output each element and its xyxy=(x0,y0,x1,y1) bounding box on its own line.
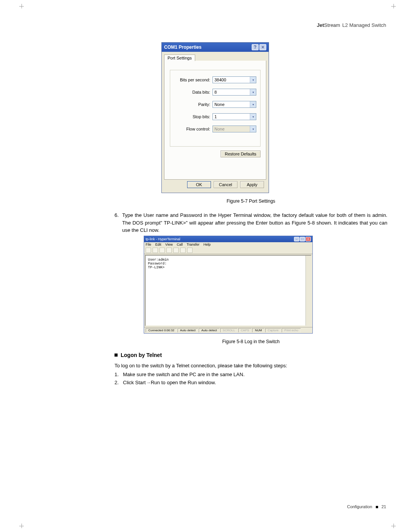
send-icon[interactable] xyxy=(173,248,179,253)
menu-file[interactable]: File xyxy=(146,243,151,246)
section-heading: Logon by Telnet xyxy=(115,352,387,358)
status-echo: Print echo xyxy=(282,328,301,332)
status-num: NUM xyxy=(252,328,264,332)
telnet-step: 1. Make sure the switch and the PC are i… xyxy=(115,372,387,377)
chevron-down-icon[interactable]: ▾ xyxy=(250,101,256,107)
open-icon[interactable] xyxy=(153,248,158,253)
chevron-down-icon[interactable]: ▾ xyxy=(250,89,256,95)
page-number: 21 xyxy=(382,504,386,509)
menu-help[interactable]: Help xyxy=(204,243,211,246)
scrollbar[interactable] xyxy=(305,256,311,325)
hyper-menubar: File Edit View Call Transfer Help xyxy=(144,242,312,247)
maximize-icon[interactable]: □ xyxy=(300,237,305,241)
cancel-button[interactable]: Cancel xyxy=(214,181,237,188)
bullet-icon xyxy=(115,354,118,357)
receive-icon[interactable] xyxy=(180,248,186,253)
hyperterminal-window: tp-link - HyperTerminal – □ × File Edit … xyxy=(144,236,313,334)
status-detect2: Auto detect xyxy=(199,328,219,332)
crop-mark xyxy=(391,524,396,528)
hyper-toolbar xyxy=(144,247,312,254)
menu-call[interactable]: Call xyxy=(177,243,183,246)
section-title: Logon by Telnet xyxy=(121,352,162,358)
menu-transfer[interactable]: Transfer xyxy=(187,243,199,246)
crop-mark xyxy=(19,4,24,8)
minimize-icon[interactable]: – xyxy=(294,237,299,241)
parity-label: Parity: xyxy=(174,102,212,107)
status-capture: Capture xyxy=(265,328,281,332)
bullet-icon xyxy=(376,506,378,508)
chevron-down-icon[interactable]: ▾ xyxy=(250,114,256,120)
page-footer: Configuration 21 xyxy=(347,504,386,509)
figure-caption-5-7: Figure 5-7 Port Settings xyxy=(115,198,387,204)
bps-label: Bits per second: xyxy=(174,78,212,82)
telnet-step: 2. Click Start→Run to open the Run windo… xyxy=(115,380,387,385)
bps-select[interactable]: 38400 ▾ xyxy=(212,76,256,83)
databits-label: Data bits: xyxy=(174,90,212,94)
menu-edit[interactable]: Edit xyxy=(155,243,161,246)
hyper-titlebar: tp-link - HyperTerminal – □ × xyxy=(144,236,312,242)
term-line: Password: xyxy=(148,262,309,266)
com1-properties-dialog: COM1 Properties ? × Port Settings Bits p… xyxy=(161,42,269,193)
header-brand: JetStream L2 Managed Switch xyxy=(317,22,386,28)
menu-view[interactable]: View xyxy=(165,243,173,246)
disconnect-icon[interactable] xyxy=(166,248,172,253)
term-line: TP-LINK> xyxy=(148,266,309,269)
parity-select[interactable]: None ▾ xyxy=(212,101,256,108)
call-icon[interactable] xyxy=(159,248,165,253)
databits-select[interactable]: 8 ▾ xyxy=(212,89,256,96)
stopbits-label: Stop bits: xyxy=(174,114,212,119)
crop-mark xyxy=(391,4,396,8)
chevron-down-icon[interactable]: ▾ xyxy=(250,77,256,83)
telnet-intro: To log on to the switch by a Telnet conn… xyxy=(115,362,387,370)
flow-label: Flow control: xyxy=(174,127,212,131)
chevron-down-icon[interactable]: ▾ xyxy=(250,126,256,132)
brand-prefix: Jet xyxy=(317,22,324,28)
restore-defaults-button[interactable]: Restore Defaults xyxy=(221,150,261,157)
close-icon[interactable]: × xyxy=(305,237,311,241)
product-name: L2 Managed Switch xyxy=(342,22,386,28)
status-caps: CAPS xyxy=(238,328,252,332)
help-icon[interactable]: ? xyxy=(252,44,259,50)
terminal-area[interactable]: User:admin Password: TP-LINK> xyxy=(145,255,312,326)
close-icon[interactable]: × xyxy=(259,44,266,50)
term-line: User:admin xyxy=(148,258,309,262)
footer-section: Configuration xyxy=(347,504,372,509)
stopbits-select[interactable]: 1 ▾ xyxy=(212,113,256,120)
flow-select[interactable]: None ▾ xyxy=(212,126,256,132)
dialog-titlebar: COM1 Properties ? × xyxy=(162,43,269,52)
ok-button[interactable]: OK xyxy=(187,181,211,188)
status-scroll: SCROLL xyxy=(220,328,238,332)
status-connected: Connected 0:00:32 xyxy=(146,328,177,332)
hyper-statusbar: Connected 0:00:32 Auto detect Auto detec… xyxy=(144,327,312,333)
dialog-title: COM1 Properties xyxy=(164,45,201,50)
status-detect1: Auto detect xyxy=(178,328,198,332)
figure-caption-5-8: Figure 5-8 Log in the Switch xyxy=(115,339,387,344)
crop-mark xyxy=(19,524,24,528)
new-icon[interactable] xyxy=(146,248,151,253)
apply-button[interactable]: Apply xyxy=(240,181,264,188)
properties-icon[interactable] xyxy=(187,248,193,253)
brand-suffix: Stream xyxy=(324,22,340,28)
step-6: 6. Type the User name and Password in th… xyxy=(115,211,387,234)
hyper-title: tp-link - HyperTerminal xyxy=(146,237,294,241)
arrow-icon: → xyxy=(146,380,151,385)
tab-port-settings[interactable]: Port Settings xyxy=(164,55,195,61)
